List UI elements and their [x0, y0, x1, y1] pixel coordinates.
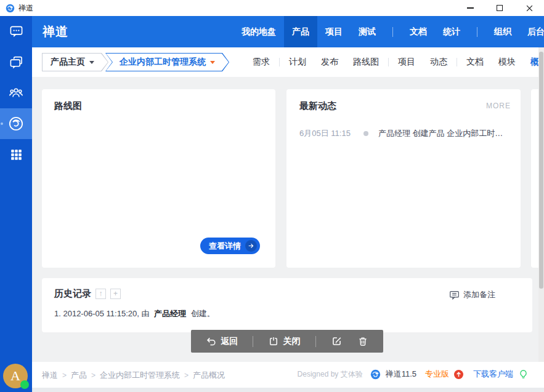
edit-icon	[331, 335, 343, 347]
history-card: 历史记录 ↑ + 1. 2012-06-05 11:15:20, 由 产品经理 …	[42, 278, 532, 332]
delete-button[interactable]	[357, 336, 368, 347]
activity-time: 6月05日 11:15	[299, 128, 359, 139]
activity-card-title: 最新动态	[299, 100, 336, 112]
tab-divider	[457, 58, 457, 66]
avatar-letter: A	[10, 368, 20, 384]
nav-divider	[392, 27, 393, 37]
nav-item-test[interactable]: 测试	[351, 16, 384, 47]
online-status-dot	[20, 380, 29, 389]
sidebar-item-zentao[interactable]	[0, 108, 32, 139]
minimize-icon	[467, 7, 474, 8]
activity-item[interactable]: 6月05日 11:15 产品经理 创建产品 企业内部工时…	[299, 128, 511, 139]
close-label: 关闭	[283, 336, 300, 347]
main-content: 路线图 查看详情 最新动态 MORE 6月05日 11:15 产品经理 创建产品…	[32, 77, 544, 362]
comment-icon	[9, 25, 23, 39]
product-name-label: 企业内部工时管理系统	[120, 57, 206, 68]
upgrade-badge-icon[interactable]	[454, 370, 463, 379]
team-icon	[9, 86, 23, 100]
breadcrumb-item-product-name[interactable]: 企业内部工时管理系统	[100, 370, 180, 381]
comments-icon	[9, 55, 23, 70]
more-link[interactable]: MORE	[486, 102, 511, 110]
download-client-link[interactable]: 下载客户端	[473, 369, 513, 380]
maximize-icon	[497, 5, 503, 11]
breadcrumb: 禅道 > 产品 > 企业内部工时管理系统 > 产品概况	[42, 370, 225, 381]
sidebar-item-chats[interactable]	[0, 47, 32, 78]
main-navbar: 禅道 我的地盘 产品 项目 测试 文档 统计 组织 后台	[32, 16, 544, 47]
history-card-title: 历史记录	[54, 288, 91, 300]
breadcrumb-separator: >	[62, 371, 67, 380]
nav-item-project[interactable]: 项目	[317, 16, 351, 47]
close-product-button[interactable]: 关闭	[268, 336, 300, 347]
tab-project[interactable]: 项目	[391, 57, 423, 68]
product-select-dropdown[interactable]: 企业内部工时管理系统	[105, 53, 229, 71]
brand-logo[interactable]: 禅道	[43, 23, 68, 40]
footer: 禅道 > 产品 > 企业内部工时管理系统 > 产品概况 Designed by …	[32, 362, 544, 388]
history-entry-actor: 产品经理	[154, 309, 186, 318]
window-title: 禅道	[18, 3, 33, 14]
sidebar-item-apps[interactable]	[0, 139, 32, 170]
footer-right: Designed by 艾体验 禅道11.5 专业版 下载客户端	[298, 369, 529, 380]
back-button[interactable]: 返回	[206, 336, 238, 347]
tab-dynamic[interactable]: 动态	[423, 57, 455, 68]
nav-item-my-zone[interactable]: 我的地盘	[233, 16, 284, 47]
edition-link[interactable]: 专业版	[425, 369, 449, 380]
sidebar-item-messages[interactable]	[0, 16, 32, 47]
nav-item-product[interactable]: 产品	[284, 16, 317, 47]
version-label: 禅道11.5	[386, 369, 416, 380]
lightbulb-icon[interactable]	[518, 369, 529, 380]
history-entry-text: 1. 2012-06-05 11:15:20, 由	[54, 309, 149, 318]
apps-grid-icon	[10, 148, 23, 161]
roadmap-card-title: 路线图	[54, 100, 263, 112]
action-toolbar: 返回 关闭	[191, 330, 383, 353]
product-tabs: 需求 计划 发布 路线图 项目 动态 文档 模块 概况	[245, 57, 544, 68]
maximize-button[interactable]	[485, 0, 514, 16]
sidebar-item-team[interactable]	[0, 78, 32, 108]
edit-button[interactable]	[331, 335, 343, 347]
secondary-navbar: 产品主页 企业内部工时管理系统 需求 计划 发布 路线图 项目 动态 文档 模块…	[32, 47, 544, 77]
tab-doc[interactable]: 文档	[459, 57, 491, 68]
main-nav-items: 我的地盘 产品 项目 测试 文档 统计 组织 后台	[233, 16, 544, 47]
expand-history-button[interactable]: +	[110, 289, 121, 299]
breadcrumb-item-zentao[interactable]: 禅道	[42, 370, 58, 381]
nav-item-org[interactable]: 组织	[486, 16, 519, 47]
view-detail-label: 查看详情	[209, 241, 241, 252]
toolbar-divider	[253, 336, 253, 347]
breadcrumb-item-product[interactable]: 产品	[71, 370, 87, 381]
tab-module[interactable]: 模块	[491, 57, 523, 68]
product-home-dropdown[interactable]: 产品主页	[42, 53, 108, 71]
vertical-scrollbar[interactable]	[538, 47, 544, 362]
scrollbar-thumb[interactable]	[539, 52, 543, 289]
power-close-icon	[268, 336, 279, 347]
designed-by-label: Designed by 艾体验	[298, 369, 363, 380]
close-button[interactable]	[514, 0, 544, 16]
roadmap-card: 路线图 查看详情	[42, 89, 275, 268]
trash-icon	[357, 336, 368, 347]
tab-story[interactable]: 需求	[245, 57, 277, 68]
nav-item-report[interactable]: 统计	[435, 16, 468, 47]
collapse-history-button[interactable]: ↑	[95, 289, 106, 299]
tab-release[interactable]: 发布	[314, 57, 346, 68]
nav-divider	[477, 27, 477, 37]
zentao-globe-icon	[370, 369, 381, 380]
history-entry-action: 创建。	[191, 309, 215, 318]
add-note-button[interactable]: 添加备注	[449, 289, 495, 300]
nav-item-doc[interactable]: 文档	[402, 16, 435, 47]
minimize-button[interactable]	[455, 0, 485, 16]
view-detail-button[interactable]: 查看详情	[200, 238, 260, 254]
zentao-logo-icon	[6, 4, 15, 13]
tab-plan[interactable]: 计划	[282, 57, 314, 68]
tab-roadmap[interactable]: 路线图	[346, 57, 386, 68]
tab-divider	[279, 58, 280, 66]
breadcrumb-item-overview[interactable]: 产品概况	[193, 370, 225, 381]
activity-text: 产品经理 创建产品 企业内部工时…	[378, 128, 503, 139]
breadcrumb-separator: >	[91, 371, 95, 380]
nav-item-admin[interactable]: 后台	[519, 16, 544, 47]
window-titlebar: 禅道	[0, 0, 544, 16]
close-icon	[526, 4, 534, 12]
chevron-down-icon	[210, 61, 215, 64]
app-sidebar: A	[0, 16, 32, 392]
add-note-label: 添加备注	[463, 289, 495, 300]
timeline-dot-icon	[363, 131, 368, 136]
history-entry: 1. 2012-06-05 11:15:20, 由 产品经理 创建。	[54, 308, 520, 319]
undo-back-icon	[206, 336, 217, 347]
